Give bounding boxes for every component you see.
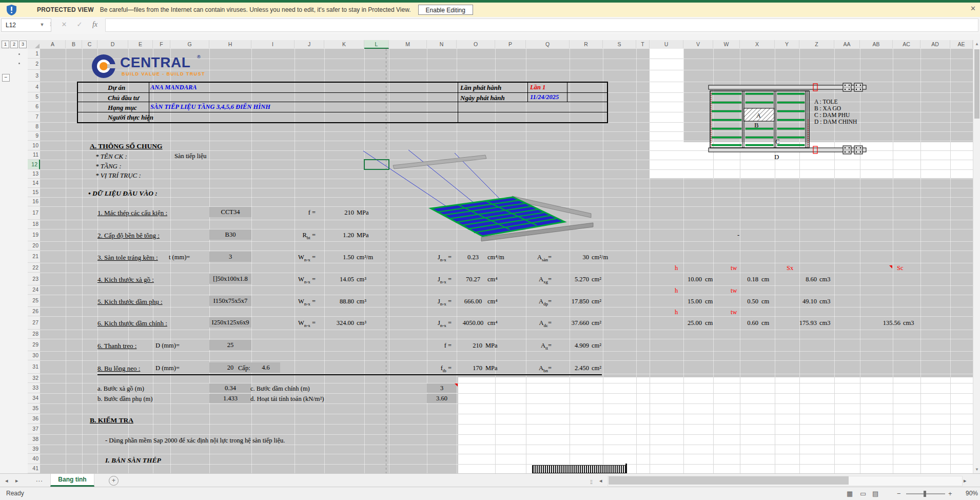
row-header-33[interactable]: 33 — [28, 383, 40, 393]
hscroll-right-icon[interactable]: ▸ — [964, 474, 967, 487]
column-header-C[interactable]: C — [82, 40, 97, 48]
input-cell[interactable]: B30 — [209, 229, 251, 240]
row-header-19[interactable]: 19 — [28, 229, 40, 241]
column-header-H[interactable]: H — [209, 40, 251, 48]
input-cell[interactable]: 3 — [209, 252, 251, 262]
column-header-I[interactable]: I — [251, 40, 295, 48]
row-header-35[interactable]: 35 — [28, 403, 40, 414]
horizontal-scroll-thumb[interactable] — [609, 476, 849, 485]
page-break-view-icon[interactable]: ▤ — [872, 487, 878, 500]
row-header-2[interactable]: 2 — [28, 59, 40, 70]
row-header-25[interactable]: 25 — [28, 295, 40, 307]
column-header-R[interactable]: R — [570, 40, 603, 48]
row-header-37[interactable]: 37 — [28, 424, 40, 434]
row-header-24[interactable]: 24 — [28, 285, 40, 295]
row-header-17[interactable]: 17 — [28, 206, 40, 220]
input-cell[interactable]: 1.433 — [209, 394, 251, 403]
column-header-Z[interactable]: Z — [799, 40, 834, 48]
column-header-V[interactable]: V — [683, 40, 713, 48]
worksheet-grid[interactable]: CENTRAL ® BUILD VALUE - BUILD TRUST — [40, 49, 973, 473]
row-header-32[interactable]: 32 — [28, 374, 40, 383]
tab-more-button[interactable]: ... — [36, 474, 43, 487]
column-header-O[interactable]: O — [457, 40, 495, 48]
input-cell[interactable]: CCT34 — [209, 207, 251, 217]
column-header-W[interactable]: W — [713, 40, 740, 48]
column-header-G[interactable]: G — [170, 40, 209, 48]
input-cell[interactable]: 3 — [427, 383, 457, 393]
row-header-36[interactable]: 36 — [28, 414, 40, 424]
column-header-A[interactable]: A — [40, 40, 66, 48]
column-header-E[interactable]: E — [128, 40, 153, 48]
column-header-U[interactable]: U — [650, 40, 683, 48]
select-all-corner[interactable] — [28, 40, 41, 49]
input-cell[interactable]: I250x125x6x9 — [209, 317, 251, 328]
row-header-31[interactable]: 31 — [28, 360, 40, 374]
input-cell[interactable]: 3.60 — [427, 394, 457, 403]
row-header-6[interactable]: 6 — [28, 102, 40, 112]
vertical-scrollbar[interactable]: ▲ ▼ — [973, 40, 980, 473]
input-cell[interactable]: 25 — [209, 340, 251, 350]
row-header-13[interactable]: 13 — [28, 169, 40, 179]
row-header-10[interactable]: 10 — [28, 141, 40, 150]
row-header-1[interactable]: 1 — [28, 49, 40, 59]
selected-cell[interactable] — [364, 159, 389, 170]
page-layout-view-icon[interactable]: ▭ — [860, 487, 866, 500]
fx-icon[interactable]: fx — [88, 18, 102, 31]
row-header-12[interactable]: 12 — [28, 160, 40, 169]
row-header-21[interactable]: 21 — [28, 251, 40, 263]
scroll-down-icon[interactable]: ▼ — [973, 467, 980, 472]
row-header-11[interactable]: 11 — [28, 150, 40, 160]
column-header-AD[interactable]: AD — [920, 40, 950, 48]
row-header-4[interactable]: 4 — [28, 82, 40, 92]
row-header-22[interactable]: 22 — [28, 263, 40, 273]
enter-icon[interactable]: ✓ — [73, 18, 86, 31]
drag-handle-icon[interactable]: ⁞ — [50, 21, 51, 27]
input-cell[interactable]: I150x75x5x7 — [209, 296, 251, 306]
row-header-40[interactable]: 40 — [28, 454, 40, 464]
column-header-AA[interactable]: AA — [834, 40, 860, 48]
outline-level-3[interactable]: 3 — [19, 41, 27, 48]
zoom-slider-thumb[interactable] — [924, 491, 926, 497]
hscroll-left-icon[interactable]: ◂ — [599, 474, 602, 487]
row-header-8[interactable]: 8 — [28, 122, 40, 131]
column-header-M[interactable]: M — [389, 40, 427, 48]
row-header-30[interactable]: 30 — [28, 351, 40, 360]
formula-input[interactable] — [105, 18, 978, 32]
row-header-23[interactable]: 23 — [28, 273, 40, 285]
add-sheet-icon[interactable]: + — [109, 476, 119, 486]
input-cell[interactable]: 0.34 — [209, 383, 251, 393]
row-header-7[interactable]: 7 — [28, 112, 40, 122]
zoom-in-icon[interactable]: + — [948, 487, 952, 500]
input-cell[interactable]: []50x100x1.8 — [209, 274, 251, 284]
normal-view-icon[interactable]: ▦ — [847, 487, 853, 500]
column-header-J[interactable]: J — [295, 40, 324, 48]
zoom-level[interactable]: 90% — [957, 487, 978, 500]
row-header-15[interactable]: 15 — [28, 188, 40, 197]
column-header-L[interactable]: L — [364, 40, 389, 49]
close-icon[interactable]: ✕ — [970, 5, 976, 12]
cancel-icon[interactable]: ✕ — [57, 18, 71, 31]
tab-scroll-left-icon[interactable]: ◂ — [5, 474, 8, 487]
column-header-B[interactable]: B — [66, 40, 82, 48]
vertical-scroll-thumb[interactable] — [974, 49, 979, 119]
column-header-X[interactable]: X — [740, 40, 775, 48]
row-header-5[interactable]: 5 — [28, 92, 40, 102]
column-header-AC[interactable]: AC — [893, 40, 920, 48]
row-header-9[interactable]: 9 — [28, 131, 40, 141]
row-header-26[interactable]: 26 — [28, 307, 40, 316]
tab-scroll-right-icon[interactable]: ▸ — [15, 474, 18, 487]
column-header-K[interactable]: K — [324, 40, 364, 48]
column-header-N[interactable]: N — [427, 40, 457, 48]
outline-level-2[interactable]: 2 — [10, 41, 18, 48]
column-header-F[interactable]: F — [153, 40, 170, 48]
row-header-3[interactable]: 3 — [28, 70, 40, 82]
row-header-28[interactable]: 28 — [28, 330, 40, 339]
scroll-up-icon[interactable]: ▲ — [973, 42, 980, 46]
outline-level-buttons[interactable]: 123 — [0, 40, 29, 49]
row-header-20[interactable]: 20 — [28, 241, 40, 251]
input-cell[interactable]: 4.6 — [251, 362, 280, 373]
row-headers[interactable]: 1234567891011121314151617181920212223242… — [28, 49, 41, 473]
enable-editing-button[interactable]: Enable Editing — [418, 5, 473, 15]
row-header-38[interactable]: 38 — [28, 434, 40, 445]
column-header-Y[interactable]: Y — [775, 40, 799, 48]
